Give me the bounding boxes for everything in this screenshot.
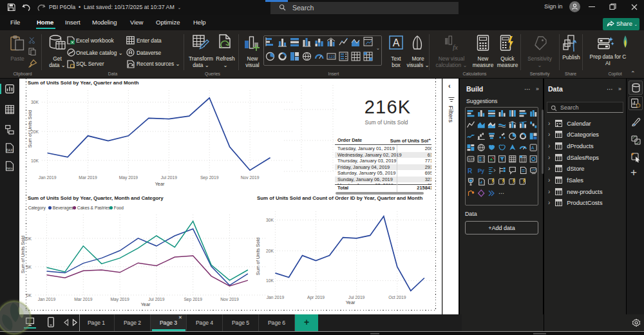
svg-text:Sum of Units Sold: Sum of Units Sold [27, 110, 33, 148]
svg-text:Oct 2019: Oct 2019 [388, 295, 406, 300]
svg-text:R: R [468, 168, 473, 175]
svg-text:May 2019: May 2019 [119, 175, 138, 180]
svg-text:Nov 2019: Nov 2019 [220, 297, 239, 302]
svg-text:Beverages: Beverages [53, 206, 74, 211]
svg-text:Food: Food [114, 206, 124, 210]
svg-text:30K: 30K [266, 218, 274, 222]
svg-text:DAX: DAX [6, 149, 12, 152]
svg-text:Category: Category [28, 206, 46, 211]
svg-text:Year: Year [155, 181, 165, 187]
svg-text:A: A [393, 37, 400, 48]
svg-text:TMDL: TMDL [6, 167, 14, 170]
svg-text:Jan 2019: Jan 2019 [267, 295, 285, 300]
svg-text:123: 123 [468, 157, 474, 161]
svg-text:Jan 2019: Jan 2019 [38, 297, 56, 302]
svg-text:Sum of Units Sold: Sum of Units Sold [255, 238, 261, 275]
svg-text:Jul 2019: Jul 2019 [161, 175, 178, 180]
svg-text:May 2019: May 2019 [110, 297, 129, 302]
svg-text:A: A [531, 146, 535, 150]
svg-text:5K: 5K [26, 265, 32, 269]
svg-text:fx: fx [453, 43, 458, 51]
svg-text:Cakes & Pastries: Cakes & Pastries [77, 206, 111, 210]
svg-text:Jan 2019: Jan 2019 [39, 175, 57, 180]
svg-text:30K: 30K [31, 100, 39, 104]
svg-text:Sum of Units Sold: Sum of Units Sold [20, 236, 26, 273]
svg-text:Year: Year [346, 300, 355, 305]
svg-text:10K: 10K [31, 158, 39, 163]
svg-text:Sep 2019: Sep 2019 [184, 297, 202, 302]
svg-text:Jul 2019: Jul 2019 [348, 295, 365, 300]
svg-text:⋯: ⋯ [498, 190, 504, 196]
svg-text:Year: Year [141, 302, 151, 307]
svg-text:123: 123 [328, 55, 336, 59]
svg-text:Py: Py [478, 168, 485, 174]
svg-text:Mar 2019: Mar 2019 [74, 297, 93, 302]
svg-text:Mar 2019: Mar 2019 [79, 175, 97, 180]
svg-text:20K: 20K [266, 249, 274, 253]
svg-text:Apr 2019: Apr 2019 [307, 295, 325, 300]
svg-text:Jul 2019: Jul 2019 [148, 297, 165, 302]
svg-text:Sep 2019: Sep 2019 [200, 175, 219, 180]
svg-text:10K: 10K [266, 278, 274, 283]
svg-text:Nov 2019: Nov 2019 [241, 175, 260, 180]
